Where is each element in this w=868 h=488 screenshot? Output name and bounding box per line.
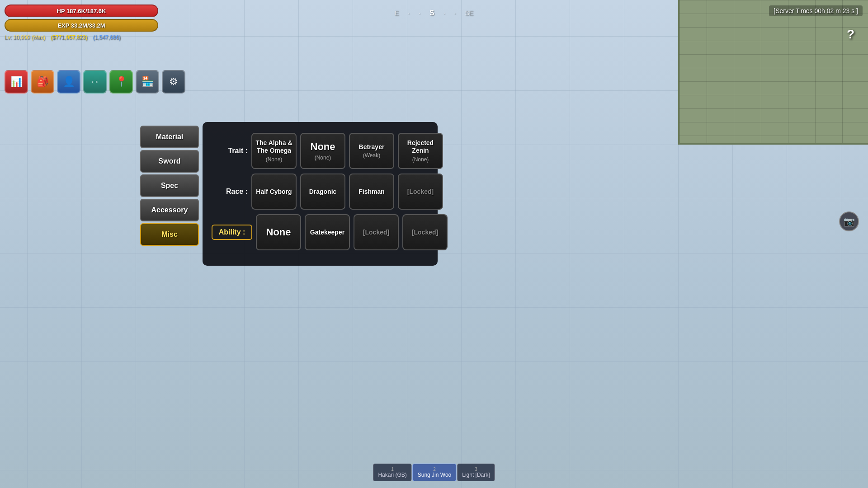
ability-cell-3[interactable]: [Locked] — [402, 214, 448, 250]
ability-cell-2[interactable]: [Locked] — [354, 214, 399, 250]
gem-amount: (1,547,686) — [93, 34, 120, 41]
compass-s: S — [429, 9, 434, 17]
race-name-2: Fishman — [359, 188, 385, 196]
trait-name-0: The Alpha & The Omega — [254, 139, 294, 155]
tab-name-1: Sung Jin Woo — [418, 472, 452, 478]
race-cell-2[interactable]: Fishman — [349, 174, 394, 210]
ability-cell-1[interactable]: Gatekeeper — [305, 214, 350, 250]
trait-cell-2[interactable]: Betrayer (Weak) — [349, 133, 394, 169]
race-name-0: Half Cyborg — [256, 188, 292, 196]
compass-e: E — [395, 9, 399, 17]
nav-icons: 📊 🎒 👤 ↔ 📍 🏪 ⚙ — [5, 70, 185, 94]
level-info: Lv: 10,000 (Max) ($771,957,823) (1,547,6… — [5, 34, 158, 41]
nav-map-button[interactable]: 📍 — [109, 70, 133, 94]
tab-name-0: Hakari (GB) — [378, 472, 406, 478]
compass-dot2: · — [419, 9, 420, 17]
ability-cells: None Gatekeeper [Locked] [Locked] — [256, 214, 448, 250]
help-button[interactable]: ? — [847, 27, 854, 42]
ability-name-1: Gatekeeper — [310, 229, 344, 236]
gold-amount: ($771,957,823) — [51, 34, 87, 41]
ability-name-2: [Locked] — [363, 229, 389, 236]
tab-num-1: 2 — [418, 467, 452, 472]
nav-bag-button[interactable]: 🎒 — [31, 70, 54, 94]
race-cell-1[interactable]: Dragonic — [300, 174, 345, 210]
ability-row: Ability : None Gatekeeper [Locked] [Lock… — [212, 214, 429, 250]
nav-char-button[interactable]: 👤 — [57, 70, 80, 94]
exp-bar: EXP 33.2M/33.2M — [5, 19, 158, 32]
compass-dot1: · — [408, 9, 410, 17]
player-tab-1[interactable]: 2 Sung Jin Woo — [413, 464, 457, 481]
ability-cell-0[interactable]: None — [256, 214, 301, 250]
corner-wall — [678, 0, 868, 145]
trait-sub-3: (None) — [412, 156, 429, 163]
ability-name-3: [Locked] — [412, 229, 438, 236]
trait-cell-0[interactable]: The Alpha & The Omega (None) — [251, 133, 297, 169]
side-nav: Material Sword Spec Accessory Misc — [140, 126, 199, 266]
race-label: Race : — [212, 188, 248, 196]
trait-name-2: Betrayer — [359, 143, 385, 151]
compass-dot3: · — [443, 9, 445, 17]
race-name-3: [Locked] — [407, 188, 434, 196]
sidebar-item-material[interactable]: Material — [140, 126, 199, 148]
server-time: [Server Times 00h 02 m 23 s ] — [769, 5, 863, 16]
screenshot-icon: 📷 — [844, 216, 855, 227]
tab-num-0: 1 — [378, 467, 406, 472]
compass-se: SE — [465, 9, 473, 17]
race-name-1: Dragonic — [309, 188, 337, 196]
race-cell-0[interactable]: Half Cyborg — [251, 174, 297, 210]
screenshot-button[interactable]: 📷 — [839, 211, 859, 231]
trait-sub-0: (None) — [266, 156, 283, 163]
race-row: Race : Half Cyborg Dragonic Fishman [Loc… — [212, 174, 429, 210]
tab-name-2: Light [Dark] — [462, 472, 490, 478]
trait-cell-1[interactable]: None (None) — [300, 133, 345, 169]
ability-name-0: None — [266, 226, 291, 238]
player-tab-2[interactable]: 3 Light [Dark] — [457, 464, 495, 481]
trait-sub-1: (None) — [315, 155, 331, 161]
nav-stats-button[interactable]: 📊 — [5, 70, 28, 94]
trait-sub-2: (Weak) — [363, 152, 380, 159]
trait-name-3: Rejected Zenin — [401, 139, 440, 155]
trait-name-1: None — [311, 141, 335, 153]
trait-cell-3[interactable]: Rejected Zenin (None) — [398, 133, 443, 169]
sidebar-item-misc[interactable]: Misc — [140, 223, 199, 246]
compass-dot4: · — [454, 9, 456, 17]
tab-num-2: 3 — [462, 467, 490, 472]
race-cells: Half Cyborg Dragonic Fishman [Locked] — [251, 174, 443, 210]
sidebar-item-spec[interactable]: Spec — [140, 174, 199, 197]
compass-bar: E · · S · · SE — [395, 9, 473, 17]
race-cell-3[interactable]: [Locked] — [398, 174, 443, 210]
main-modal: Trait : The Alpha & The Omega (None) Non… — [203, 122, 438, 266]
trait-row: Trait : The Alpha & The Omega (None) Non… — [212, 133, 429, 169]
trait-label: Trait : — [212, 147, 248, 155]
trait-cells: The Alpha & The Omega (None) None (None)… — [251, 133, 443, 169]
sidebar-item-accessory[interactable]: Accessory — [140, 199, 199, 221]
player-tab-0[interactable]: 1 Hakari (GB) — [373, 464, 411, 481]
sidebar-item-sword[interactable]: Sword — [140, 150, 199, 173]
nav-settings-button[interactable]: ⚙ — [162, 70, 185, 94]
nav-transfer-button[interactable]: ↔ — [83, 70, 107, 94]
ability-label[interactable]: Ability : — [212, 225, 252, 240]
player-tabs: 1 Hakari (GB) 2 Sung Jin Woo 3 Light [Da… — [373, 464, 495, 481]
level-text: Lv: 10,000 (Max) — [5, 34, 45, 41]
panel-area: Material Sword Spec Accessory Misc Trait… — [140, 122, 438, 266]
top-ui: HP 187.6K/187.6K EXP 33.2M/33.2M Lv: 10,… — [5, 5, 158, 41]
hp-bar: HP 187.6K/187.6K — [5, 5, 158, 17]
nav-shop-button[interactable]: 🏪 — [136, 70, 159, 94]
